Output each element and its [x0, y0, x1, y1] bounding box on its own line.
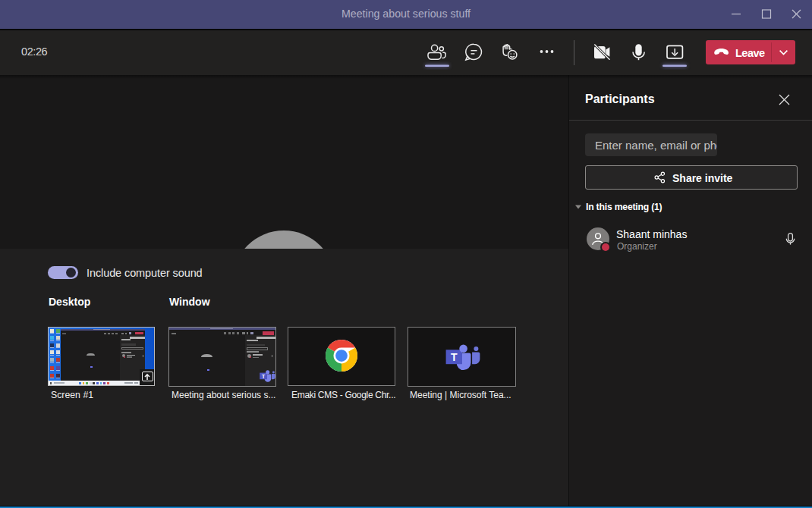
svg-text:T: T: [451, 351, 458, 363]
